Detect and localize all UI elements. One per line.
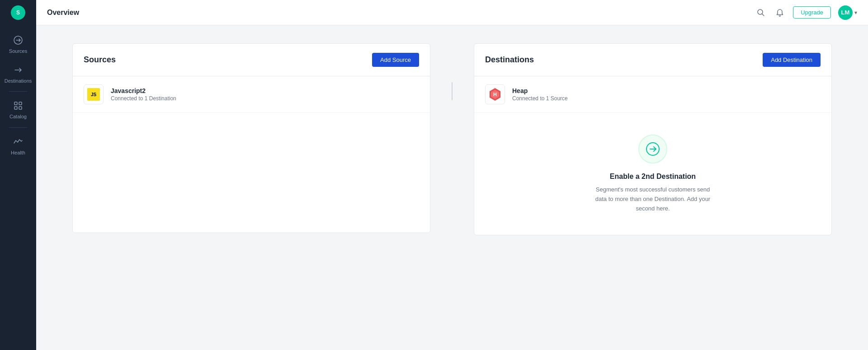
user-menu[interactable]: LM ▾ xyxy=(838,5,857,20)
sidebar-nav: Sources Destinations Catalog xyxy=(0,25,36,160)
app-logo-icon: S xyxy=(11,5,25,20)
sidebar: S Sources Destinations xyxy=(0,0,36,350)
promo-arrow-icon xyxy=(646,142,660,156)
notifications-button[interactable] xyxy=(774,7,786,19)
promo-text: Segment's most successful customers send… xyxy=(594,185,712,213)
health-icon xyxy=(13,137,23,148)
page-title: Overview xyxy=(47,9,755,17)
promo-icon-circle xyxy=(638,135,667,163)
search-button[interactable] xyxy=(755,7,767,19)
svg-rect-4 xyxy=(19,102,22,105)
svg-line-8 xyxy=(762,14,764,16)
destinations-icon xyxy=(13,65,23,76)
source-item-name: Javascript2 xyxy=(111,87,176,94)
add-source-button[interactable]: Add Source xyxy=(372,53,419,67)
main-content: Sources Add Source JS Javascript2 Connec… xyxy=(36,25,868,350)
svg-rect-3 xyxy=(14,102,17,105)
promo-title: Enable a 2nd Destination xyxy=(610,173,696,181)
sources-card-header: Sources Add Source xyxy=(73,44,430,76)
javascript-icon: JS xyxy=(87,88,100,101)
sources-card: Sources Add Source JS Javascript2 Connec… xyxy=(72,43,430,233)
destination-item-info: Heap Connected to 1 Source xyxy=(512,87,568,102)
destinations-card: Destinations Add Destination H Heap xyxy=(474,43,832,235)
main-area: Overview Upgrade LM ▾ xyxy=(36,0,868,350)
enable-2nd-destination-promo: Enable a 2nd Destination Segment's most … xyxy=(474,113,831,235)
cards-row: Sources Add Source JS Javascript2 Connec… xyxy=(72,43,832,235)
source-item-info: Javascript2 Connected to 1 Destination xyxy=(111,87,176,102)
sources-label: Sources xyxy=(9,48,27,54)
sidebar-divider-1 xyxy=(9,91,27,92)
heap-icon: H xyxy=(487,86,503,103)
catalog-icon xyxy=(13,101,23,112)
sidebar-item-destinations[interactable]: Destinations xyxy=(0,59,36,89)
svg-text:S: S xyxy=(16,9,20,16)
user-menu-chevron: ▾ xyxy=(854,9,857,16)
sidebar-item-sources[interactable]: Sources xyxy=(0,29,36,59)
health-label: Health xyxy=(11,150,25,156)
connector-line xyxy=(452,82,453,100)
upgrade-button[interactable]: Upgrade xyxy=(793,6,831,19)
destination-item-sub: Connected to 1 Source xyxy=(512,95,568,102)
sidebar-item-catalog[interactable]: Catalog xyxy=(0,94,36,124)
catalog-label: Catalog xyxy=(9,114,27,120)
destinations-card-title: Destinations xyxy=(485,55,534,65)
sources-card-title: Sources xyxy=(84,55,116,65)
destinations-card-header: Destinations Add Destination xyxy=(474,44,831,76)
header: Overview Upgrade LM ▾ xyxy=(36,0,868,25)
add-destination-button[interactable]: Add Destination xyxy=(763,53,821,67)
bell-icon xyxy=(776,9,784,17)
source-icon-box: JS xyxy=(84,84,104,104)
destination-item-name: Heap xyxy=(512,87,568,94)
search-icon xyxy=(757,9,765,17)
svg-rect-6 xyxy=(19,107,22,109)
user-avatar: LM xyxy=(838,5,853,20)
header-actions: Upgrade LM ▾ xyxy=(755,5,857,20)
destination-list-item[interactable]: H Heap Connected to 1 Source xyxy=(474,76,831,113)
svg-text:H: H xyxy=(493,92,497,97)
sidebar-item-health[interactable]: Health xyxy=(0,131,36,160)
sidebar-logo: S xyxy=(0,0,36,25)
destination-icon-box: H xyxy=(485,84,505,104)
svg-rect-5 xyxy=(14,107,17,109)
sources-icon xyxy=(13,35,23,47)
sidebar-divider-2 xyxy=(9,127,27,128)
source-item-sub: Connected to 1 Destination xyxy=(111,95,176,102)
connector-area xyxy=(445,43,459,100)
source-list-item[interactable]: JS Javascript2 Connected to 1 Destinatio… xyxy=(73,76,430,113)
destinations-label: Destinations xyxy=(5,78,32,84)
